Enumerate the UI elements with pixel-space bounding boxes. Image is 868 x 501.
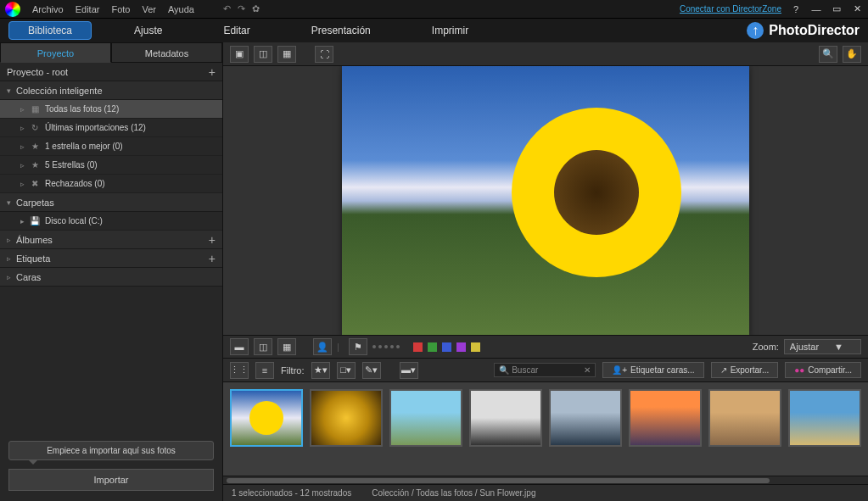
project-title: Proyecto - root [7, 67, 68, 77]
thumbnail-strip [223, 382, 868, 476]
sort-list-icon[interactable]: ≡ [255, 362, 274, 379]
menubar: Archivo Editar Foto Ver Ayuda ↶ ↷ ✿ Cone… [0, 0, 868, 19]
thumbnail-1[interactable] [230, 389, 303, 447]
view-grid-icon[interactable]: ▦ [277, 46, 296, 63]
module-present[interactable]: Presentación [293, 22, 389, 39]
color-label-red[interactable] [413, 342, 423, 352]
import-button[interactable]: Importar [8, 469, 214, 491]
color-label-green[interactable] [428, 342, 437, 352]
tab-metadatos[interactable]: Metadatos [111, 42, 222, 63]
section-smart-collection[interactable]: ▾Colección inteligente [0, 81, 222, 100]
thumbnail-scrollbar[interactable] [223, 476, 868, 484]
brand-text: PhotoDirector [769, 23, 860, 38]
chevron-right-icon: ▹ [20, 180, 25, 188]
rating-stars[interactable] [372, 345, 400, 348]
view-fullscreen-icon[interactable]: ⛶ [315, 46, 333, 63]
filter-label: Filtro: [281, 365, 305, 376]
tree-item-all-photos[interactable]: ▹ ▦ Todas las fotos (12) [0, 100, 222, 119]
view-split-icon[interactable]: ◫ [254, 46, 272, 63]
menu-foto[interactable]: Foto [111, 4, 130, 14]
reject-icon: ✖ [30, 179, 40, 189]
thumbnail-6[interactable] [629, 389, 702, 447]
help-icon[interactable]: ? [790, 3, 802, 15]
tree-item-recent-imports[interactable]: ▹ ↻ Últimas importaciones (12) [0, 119, 222, 137]
tag-faces-button[interactable]: 👤+ Etiquetar caras... [602, 362, 703, 378]
section-folders[interactable]: ▾Carpetas [0, 193, 222, 212]
export-icon: ↗ [720, 365, 727, 375]
app-logo-icon [5, 2, 20, 17]
chevron-right-icon: ▹ [20, 105, 25, 114]
scrollbar-thumb[interactable] [227, 478, 770, 483]
layout-single-icon[interactable]: ▬ [230, 338, 249, 355]
color-label-yellow[interactable] [471, 342, 480, 352]
undo-icon[interactable]: ↶ [223, 3, 231, 14]
share-button[interactable]: ●● Compartir... [785, 362, 861, 378]
thumbnail-7[interactable] [708, 389, 781, 447]
project-header: Proyecto - root + [0, 63, 222, 81]
disk-icon: 💾 [30, 216, 40, 226]
filter-star-icon[interactable]: ★▾ [311, 362, 330, 379]
zoom-select[interactable]: Ajustar▼ [784, 339, 861, 354]
star-icon: ★ [30, 142, 40, 152]
chevron-right-icon: ▹ [7, 236, 11, 244]
tab-proyecto[interactable]: Proyecto [0, 42, 111, 63]
gear-icon[interactable]: ✿ [252, 3, 260, 14]
search-icon: 🔍 [499, 365, 509, 375]
connect-directorzone-link[interactable]: Conectar con DirectorZone [680, 4, 781, 14]
thumbnail-2[interactable] [310, 389, 383, 447]
hand-tool-icon[interactable]: ✋ [843, 46, 861, 63]
preview-panel[interactable] [223, 66, 868, 335]
menu-ayuda[interactable]: Ayuda [168, 4, 194, 14]
share-icon: ●● [794, 365, 804, 375]
filter-flag-icon[interactable]: ✎▾ [362, 362, 381, 379]
thumbnail-3[interactable] [389, 389, 462, 447]
add-project-button[interactable]: + [209, 65, 216, 79]
person-plus-icon: 👤+ [612, 365, 627, 375]
chevron-right-icon: ▸ [20, 217, 25, 225]
tree-item-rejected[interactable]: ▹ ✖ Rechazados (0) [0, 175, 222, 193]
clear-search-icon[interactable]: ✕ [584, 365, 591, 375]
section-albums[interactable]: ▹Álbumes + [0, 231, 222, 249]
filter-label-icon[interactable]: □▾ [337, 362, 356, 379]
sort-icon[interactable]: ⋮⋮ [230, 362, 249, 379]
view-single-icon[interactable]: ▣ [230, 46, 249, 63]
color-label-blue[interactable] [442, 342, 451, 352]
add-tag-button[interactable]: + [209, 252, 216, 265]
tree-item-one-star[interactable]: ▹ ★ 1 estrella o mejor (0) [0, 137, 222, 156]
redo-icon[interactable]: ↷ [238, 3, 245, 14]
menu-archivo[interactable]: Archivo [32, 4, 64, 14]
menu-editar[interactable]: Editar [76, 4, 100, 14]
tree: ▾Colección inteligente ▹ ▦ Todas las fot… [0, 81, 222, 431]
color-label-purple[interactable] [456, 342, 466, 352]
thumbnail-4[interactable] [469, 389, 542, 447]
face-tag-icon[interactable]: 👤 [313, 338, 332, 355]
menu-ver[interactable]: Ver [142, 4, 156, 14]
view-toolbar: ▣ ◫ ▦ ⛶ 🔍 ✋ [223, 42, 868, 66]
add-album-button[interactable]: + [209, 233, 216, 247]
tree-item-local-disk[interactable]: ▸ 💾 Disco local (C:) [0, 212, 222, 231]
zoom-tool-icon[interactable]: 🔍 [819, 46, 837, 63]
filter-stack-icon[interactable]: ▬▾ [400, 362, 418, 379]
layout-grid-icon[interactable]: ▦ [277, 338, 296, 355]
export-button[interactable]: ↗ Exportar... [711, 362, 779, 378]
sidebar: Proyecto Metadatos Proyecto - root + ▾Co… [0, 42, 223, 501]
module-library[interactable]: Biblioteca [8, 21, 92, 40]
minimize-icon[interactable]: — [810, 3, 822, 15]
thumbnail-8[interactable] [788, 389, 861, 447]
import-hint-tooltip: Empiece a importar aquí sus fotos [8, 441, 214, 460]
thumbnail-5[interactable] [549, 389, 622, 447]
search-input[interactable]: 🔍 Buscar ✕ [494, 363, 596, 377]
status-selection: 1 seleccionados - 12 mostrados [232, 488, 351, 498]
maximize-icon[interactable]: ▭ [831, 3, 843, 15]
flag-icon[interactable]: ⚑ [349, 338, 367, 355]
module-adjust[interactable]: Ajuste [115, 22, 181, 39]
tree-item-five-stars[interactable]: ▹ ★ 5 Estrellas (0) [0, 156, 222, 175]
status-path: Colección / Todas las fotos / Sun Flower… [372, 488, 535, 498]
section-tag[interactable]: ▹Etiqueta + [0, 249, 222, 268]
module-edit[interactable]: Editar [204, 22, 268, 39]
module-print[interactable]: Imprimir [413, 22, 487, 39]
section-faces[interactable]: ▹Caras [0, 268, 222, 287]
layout-split-icon[interactable]: ◫ [254, 338, 272, 355]
stars-icon: ★ [30, 160, 40, 170]
close-icon[interactable]: ✕ [851, 3, 863, 15]
